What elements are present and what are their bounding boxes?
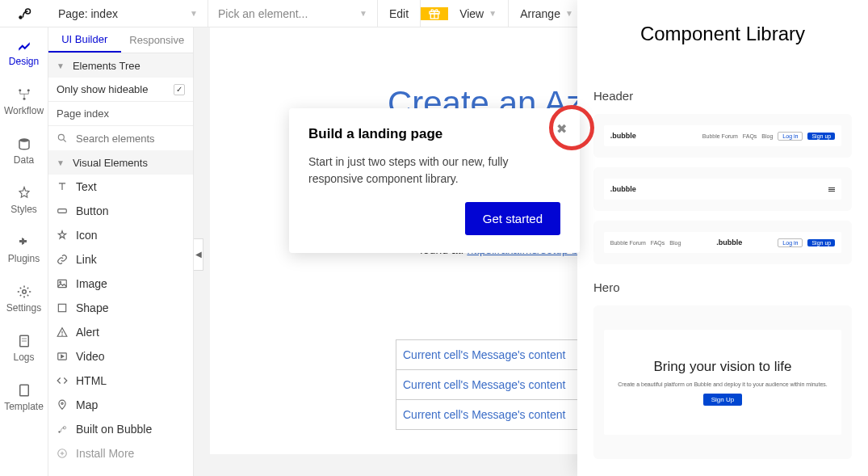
close-icon[interactable]: ✖: [556, 121, 567, 137]
svg-point-0: [19, 15, 23, 19]
tab-ui-builder[interactable]: UI Builder: [48, 27, 121, 53]
mini-link: Blog: [761, 133, 773, 139]
nav-label: Styles: [10, 204, 37, 215]
section-header: Header: [593, 89, 852, 103]
elements-tree-header[interactable]: ▼ Elements Tree: [48, 53, 193, 78]
arrange-label: Arrange: [520, 7, 560, 20]
app-logo[interactable]: [0, 6, 48, 21]
svg-rect-16: [58, 209, 67, 213]
search-elements-row: [48, 126, 193, 150]
map-pin-icon: [57, 399, 68, 411]
nav-plugins[interactable]: Plugins: [0, 225, 48, 274]
item-label: Install More: [76, 447, 134, 460]
item-label: Alert: [76, 326, 99, 339]
nav-logs[interactable]: Logs: [0, 323, 48, 373]
nav-label: Settings: [6, 302, 41, 314]
get-started-button[interactable]: Get started: [465, 202, 560, 235]
element-icon[interactable]: Icon: [48, 223, 193, 247]
component-card[interactable]: Bubble Forum FAQs Blog .bubble Log in Si…: [593, 221, 852, 264]
nav-workflow[interactable]: Workflow: [0, 77, 48, 126]
svg-point-6: [27, 89, 29, 91]
element-html[interactable]: HTML: [48, 369, 193, 393]
nav-label: Data: [14, 154, 34, 166]
brand-text: .bubble: [716, 238, 742, 246]
chevron-down-icon: ▼: [57, 61, 65, 70]
alert-icon: [57, 326, 68, 338]
element-install-more[interactable]: Install More: [48, 441, 193, 465]
nav-styles[interactable]: Styles: [0, 175, 48, 225]
item-label: Map: [76, 398, 98, 411]
mini-signup: Sign up: [807, 133, 835, 140]
only-hideable-toggle[interactable]: Only show hideable ✓: [48, 78, 193, 102]
hero-title: Bring your vision to life: [653, 359, 791, 375]
nav-label: Logs: [13, 352, 34, 363]
component-card[interactable]: .bubble: [593, 167, 852, 211]
popover-body: Start in just two steps with our new, fu…: [308, 154, 560, 187]
nav-settings[interactable]: Settings: [0, 274, 48, 323]
page-index-row[interactable]: Page index: [48, 102, 193, 126]
search-input[interactable]: [76, 133, 194, 145]
item-label: Image: [76, 277, 107, 290]
panel-title: Component Library: [593, 23, 852, 45]
code-icon: [57, 375, 68, 386]
svg-point-7: [23, 97, 25, 99]
mini-login: Log in: [778, 132, 803, 141]
hero-btn: Sign Up: [703, 394, 742, 406]
bubble-icon: [57, 423, 68, 435]
item-label: Icon: [76, 229, 97, 242]
svg-line-15: [64, 140, 66, 142]
item-label: Video: [76, 350, 105, 363]
mini-login: Log in: [778, 238, 803, 247]
page-selector[interactable]: Page: index ▼: [48, 0, 208, 27]
element-map[interactable]: Map: [48, 393, 193, 417]
item-label: Button: [76, 204, 108, 217]
element-link[interactable]: Link: [48, 247, 193, 272]
element-button[interactable]: Button: [48, 199, 193, 223]
element-alert[interactable]: Alert: [48, 320, 193, 344]
component-card[interactable]: .bubble Bubble Forum FAQs Blog Log in Si…: [593, 114, 852, 158]
checkbox-icon[interactable]: ✓: [174, 84, 185, 95]
mini-link: Blog: [669, 240, 681, 246]
mini-link: FAQs: [743, 133, 757, 139]
shape-icon: [57, 302, 68, 314]
nav-data[interactable]: Data: [0, 126, 48, 175]
visual-elements-header[interactable]: ▼ Visual Elements: [48, 150, 193, 175]
svg-point-23: [61, 402, 63, 404]
svg-point-9: [22, 289, 26, 293]
svg-point-18: [60, 281, 61, 283]
item-label: Link: [76, 253, 97, 266]
nav-design[interactable]: Design: [0, 27, 48, 77]
section-label: Elements Tree: [73, 60, 140, 72]
chevron-down-icon: ▼: [190, 9, 198, 18]
component-card[interactable]: Bring your vision to life Create a beaut…: [593, 305, 852, 459]
element-shape[interactable]: Shape: [48, 296, 193, 320]
tab-responsive[interactable]: Responsive: [121, 27, 194, 53]
element-built-on-bubble[interactable]: Built on Bubble: [48, 417, 193, 441]
element-video[interactable]: Video: [48, 344, 193, 369]
svg-rect-17: [58, 280, 67, 287]
element-image[interactable]: Image: [48, 272, 193, 296]
section-label: Visual Elements: [73, 157, 148, 169]
collapse-panel-handle[interactable]: ◀: [194, 238, 203, 271]
gift-icon[interactable]: [421, 7, 448, 20]
mini-link: Bubble Forum: [702, 133, 738, 139]
element-selector[interactable]: Pick an element... ▼: [208, 0, 378, 27]
nav-template[interactable]: Template: [0, 373, 48, 422]
text-icon: [57, 181, 68, 192]
hamburger-icon: [828, 187, 835, 192]
element-text[interactable]: Text: [48, 175, 193, 199]
page-selector-label: Page: index: [58, 7, 118, 20]
view-button[interactable]: View ▼: [448, 0, 509, 27]
mini-link: Bubble Forum: [610, 240, 646, 246]
section-hero: Hero: [593, 280, 852, 294]
arrange-button[interactable]: Arrange ▼: [509, 0, 585, 27]
brand-text: .bubble: [610, 132, 636, 140]
nav-label: Template: [4, 401, 44, 412]
svg-point-8: [19, 138, 29, 142]
item-label: Shape: [76, 301, 108, 314]
nav-label: Plugins: [8, 253, 40, 264]
chevron-down-icon: ▼: [359, 9, 367, 18]
brand-text: .bubble: [610, 185, 636, 193]
edit-button[interactable]: Edit: [378, 0, 421, 27]
item-label: Text: [76, 180, 97, 193]
